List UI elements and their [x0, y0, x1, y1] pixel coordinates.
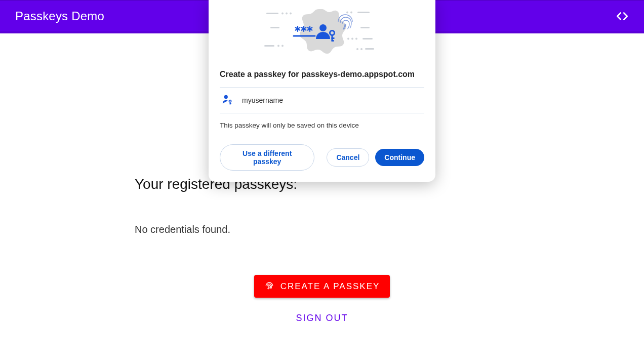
no-credentials-message: No credentials found. [135, 224, 509, 235]
svg-rect-0 [266, 13, 278, 14]
svg-point-11 [355, 38, 357, 40]
svg-rect-15 [360, 27, 370, 28]
svg-point-29 [319, 24, 327, 31]
dialog-title: Create a passkey for passkeys-demo.appsp… [220, 70, 424, 79]
svg-point-5 [350, 12, 352, 14]
create-passkey-dialog: Create a passkey for passkeys-demo.appsp… [209, 0, 435, 182]
svg-rect-32 [332, 37, 335, 39]
dialog-user-row: myusername [220, 87, 424, 113]
svg-point-17 [360, 48, 363, 50]
svg-point-1 [281, 13, 284, 15]
svg-rect-33 [332, 40, 334, 42]
create-passkey-button[interactable]: CREATE A PASSKEY [254, 275, 390, 298]
svg-rect-37 [230, 103, 231, 104]
svg-point-34 [224, 95, 228, 99]
cancel-button[interactable]: Cancel [327, 148, 369, 167]
svg-rect-18 [365, 48, 374, 50]
continue-button[interactable]: Continue [375, 149, 424, 166]
dialog-username: myusername [242, 96, 283, 104]
svg-rect-4 [357, 12, 370, 13]
dialog-illustration [209, 0, 435, 61]
svg-rect-7 [264, 45, 274, 47]
svg-point-8 [277, 45, 279, 47]
user-key-icon [222, 94, 233, 107]
svg-rect-10 [363, 38, 373, 39]
sign-out-button[interactable]: SIGN OUT [296, 313, 348, 323]
code-toggle-icon[interactable] [616, 10, 629, 23]
svg-point-13 [347, 38, 349, 40]
svg-point-9 [281, 45, 284, 47]
app-title: Passkeys Demo [15, 9, 104, 23]
svg-point-2 [286, 13, 288, 15]
svg-rect-14 [270, 27, 279, 28]
svg-point-12 [351, 38, 353, 40]
svg-point-16 [356, 48, 358, 50]
dialog-note: This passkey will only be saved on this … [220, 122, 424, 129]
svg-point-3 [290, 13, 292, 15]
svg-point-6 [346, 12, 348, 14]
use-different-passkey-button[interactable]: Use a different passkey [220, 144, 314, 171]
fingerprint-icon [264, 280, 274, 293]
create-passkey-label: CREATE A PASSKEY [280, 281, 380, 292]
